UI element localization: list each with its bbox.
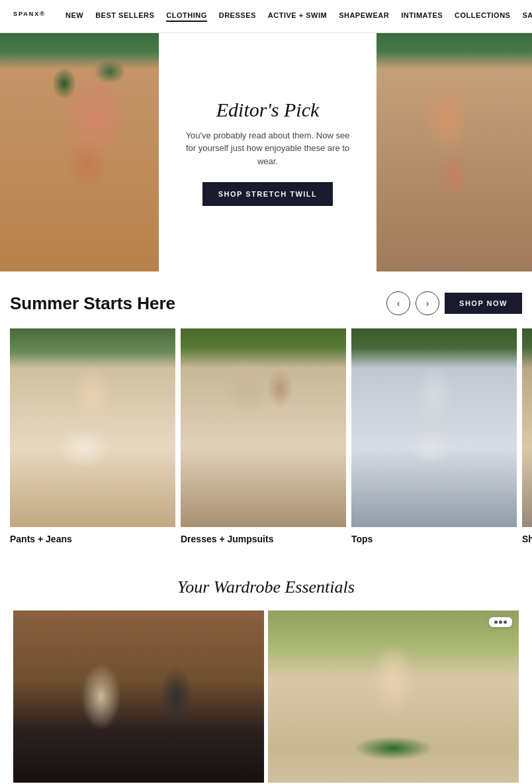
dresses-jumpsuits-label: Dresses + Jumpsuits bbox=[181, 534, 346, 544]
hero-content: Editor's Pick You've probably read about… bbox=[159, 33, 377, 271]
categories-row: Pants + Jeans Dresses + Jumpsuits Tops S… bbox=[10, 328, 532, 544]
summer-header: Summer Starts Here ‹ › SHOP NOW bbox=[10, 291, 532, 315]
category-shorts[interactable]: Shorts bbox=[522, 328, 532, 544]
wardrobe-grid bbox=[13, 611, 519, 783]
shop-stretch-twill-button[interactable]: SHOP STRETCH TWILL bbox=[202, 182, 333, 206]
shop-now-button[interactable]: SHOP NOW bbox=[445, 293, 522, 314]
nav-link-intimates[interactable]: INTIMATES bbox=[401, 11, 443, 22]
hero-subtitle: You've probably read about them. Now see… bbox=[185, 129, 350, 168]
nav-link-collections[interactable]: COLLECTIONS bbox=[455, 11, 510, 22]
category-pants-jeans[interactable]: Pants + Jeans bbox=[10, 328, 175, 544]
shorts-image bbox=[522, 328, 532, 527]
dresses-jumpsuits-image bbox=[181, 328, 346, 527]
summer-section: Summer Starts Here ‹ › SHOP NOW Pants + … bbox=[0, 271, 532, 551]
wardrobe-image-right[interactable] bbox=[268, 611, 519, 783]
hero-section: Editor's Pick You've probably read about… bbox=[0, 33, 532, 271]
chat-bubble[interactable] bbox=[489, 617, 512, 627]
nav-link-dresses[interactable]: DRESSES bbox=[219, 11, 256, 22]
summer-controls: ‹ › SHOP NOW bbox=[386, 291, 522, 315]
pants-jeans-label: Pants + Jeans bbox=[10, 534, 175, 544]
nav-link-shapewear[interactable]: SHAPEWEAR bbox=[339, 11, 389, 22]
nav-link-clothing[interactable]: CLOTHING bbox=[166, 11, 206, 22]
pants-jeans-image bbox=[10, 328, 175, 527]
wardrobe-title: Your Wardrobe Essentials bbox=[13, 577, 519, 597]
category-dresses-jumpsuits[interactable]: Dresses + Jumpsuits bbox=[181, 328, 346, 544]
summer-title: Summer Starts Here bbox=[10, 293, 386, 314]
shorts-label: Shorts bbox=[522, 534, 532, 544]
nav-link-sale[interactable]: SALE bbox=[522, 11, 532, 22]
hero-model-right bbox=[377, 33, 532, 271]
chat-dot-3 bbox=[504, 620, 507, 624]
brand-logo[interactable]: SPANX® bbox=[13, 8, 46, 25]
hero-title: Editor's Pick bbox=[216, 99, 320, 121]
navbar: SPANX® NEW BEST SELLERS CLOTHING DRESSES… bbox=[0, 0, 532, 33]
nav-link-active-swim[interactable]: ACTIVE + SWIM bbox=[268, 11, 327, 22]
hero-right-image bbox=[377, 33, 532, 271]
nav-link-new[interactable]: NEW bbox=[66, 11, 83, 22]
nav-links: NEW BEST SELLERS CLOTHING DRESSES ACTIVE… bbox=[66, 11, 532, 22]
wardrobe-image-left[interactable] bbox=[13, 611, 264, 783]
hero-model-left bbox=[0, 33, 159, 271]
hero-left-image bbox=[0, 33, 159, 271]
tops-image bbox=[351, 328, 517, 527]
carousel-prev-button[interactable]: ‹ bbox=[386, 291, 410, 315]
tops-label: Tops bbox=[351, 534, 517, 544]
wardrobe-section: Your Wardrobe Essentials bbox=[0, 551, 532, 784]
chat-dot-2 bbox=[499, 620, 502, 624]
category-tops[interactable]: Tops bbox=[351, 328, 517, 544]
nav-link-best-sellers[interactable]: BEST SELLERS bbox=[95, 11, 154, 22]
chat-dot-1 bbox=[494, 620, 498, 624]
carousel-next-button[interactable]: › bbox=[416, 291, 439, 315]
